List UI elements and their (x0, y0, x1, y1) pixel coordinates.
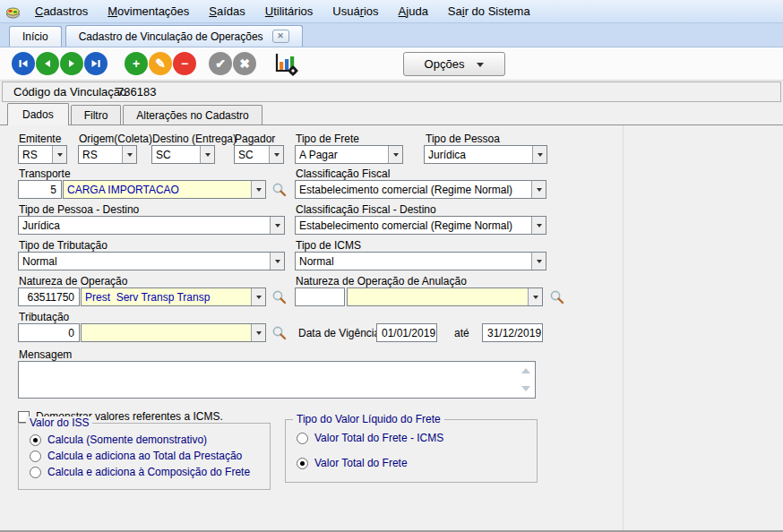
radio-valor-total-frete[interactable]: Valor Total do Frete (297, 457, 408, 469)
scroll-down-icon[interactable] (521, 386, 530, 391)
check-icon: ✔ (215, 57, 226, 70)
close-tab-icon[interactable]: ✕ (272, 30, 289, 43)
transporte-lookup-magnifier-icon[interactable] (271, 182, 287, 197)
tipo-frete-label: Tipo de Frete (296, 133, 359, 145)
chevron-down-icon (251, 181, 265, 198)
radio-adiciona-total-prestacao[interactable]: Calcula e adiciona ao Total da Prestação (30, 450, 242, 462)
tab-alteracoes-no-cadastro[interactable]: Alterações no Cadastro (123, 105, 262, 125)
radio-icon (297, 458, 308, 469)
document-tab-strip: Início Cadastro de Vinculação de Operaçõ… (0, 23, 783, 47)
menu-item-sair-do-sistema[interactable]: Sair do Sistema (438, 4, 540, 18)
options-button[interactable]: Opções (403, 52, 505, 76)
tab-cadastro-vinculacao[interactable]: Cadastro de Vinculação de Operações ✕ (65, 25, 303, 47)
tipo-valor-liquido-groupbox: Tipo do Valor Líquido do Frete Valor Tot… (285, 419, 538, 483)
toolbar: + ✎ − ✔ ✖ Opções (0, 47, 783, 81)
previous-record-button[interactable] (36, 52, 59, 75)
natureza-anulacao-combo[interactable] (347, 287, 543, 306)
tab-filtro[interactable]: Filtro (71, 105, 122, 125)
classificacao-fiscal-destino-combo[interactable]: Estabelecimento comercial (Regime Normal… (295, 216, 546, 235)
tipo-tributacao-combo[interactable]: Normal (18, 252, 285, 270)
natureza-operacao-lookup-magnifier-icon[interactable] (271, 289, 287, 305)
transporte-combo[interactable]: CARGA IMPORTACAO (63, 180, 266, 199)
tributacao-lookup-magnifier-icon[interactable] (271, 325, 287, 340)
next-icon (65, 57, 78, 70)
tipo-pessoa-label: Tipo de Pessoa (426, 133, 500, 145)
report-chart-button[interactable] (271, 51, 300, 76)
first-record-button[interactable] (12, 52, 35, 75)
next-record-button[interactable] (60, 52, 83, 75)
chevron-down-icon (528, 288, 542, 305)
minus-icon: − (181, 57, 188, 70)
pencil-icon: ✎ (155, 57, 166, 70)
origem-combo[interactable]: RS (78, 145, 137, 164)
tipo-pessoa-destino-combo[interactable]: Jurídica (18, 216, 285, 235)
confirm-button[interactable]: ✔ (209, 52, 232, 75)
record-code-value: 736183 (117, 85, 156, 99)
radio-adiciona-composicao-frete[interactable]: Calcula e adiciona à Composição do Frete (30, 466, 250, 478)
menu-item-usuarios[interactable]: Usuários (323, 4, 388, 18)
ate-label: até (454, 327, 469, 339)
chevron-down-icon (477, 63, 484, 71)
last-record-button[interactable] (84, 52, 108, 75)
chevron-down-icon (251, 288, 265, 305)
radio-icon (30, 450, 41, 462)
tipo-frete-combo[interactable]: A Pagar (295, 145, 403, 164)
valor-iss-title: Valor do ISS (26, 416, 92, 429)
pagador-combo[interactable]: SC (234, 145, 284, 164)
edit-record-button[interactable]: ✎ (149, 52, 172, 75)
radio-icon (297, 433, 308, 444)
natureza-anulacao-label: Natureza de Operação de Anulação (296, 275, 467, 287)
tab-dados[interactable]: Dados (7, 103, 69, 125)
panel-divider (623, 125, 624, 532)
menu-item-saidas[interactable]: Saídas (199, 4, 254, 18)
chevron-down-icon (532, 146, 546, 163)
radio-calcula-demonstrativo[interactable]: Calcula (Somente demonstrativo) (30, 433, 207, 446)
tributacao-combo[interactable] (81, 323, 266, 342)
menu-item-utilitarios[interactable]: Utilitários (255, 4, 323, 18)
application-window: Cadastros Movimentações Saídas Utilitári… (0, 0, 783, 532)
delete-record-button[interactable]: − (173, 52, 196, 75)
natureza-anulacao-code-field[interactable] (295, 287, 345, 306)
emitente-combo[interactable]: RS (18, 145, 67, 164)
add-record-button[interactable]: + (125, 52, 148, 75)
chevron-down-icon (531, 181, 546, 198)
classificacao-fiscal-destino-label: Classificação Fiscal - Destino (296, 203, 436, 216)
scroll-up-icon[interactable] (521, 368, 530, 373)
classificacao-fiscal-combo[interactable]: Estabelecimento comercial (Regime Normal… (295, 180, 546, 199)
bar-chart-gear-icon (272, 52, 299, 76)
menu-item-cadastros[interactable]: Cadastros (25, 4, 98, 18)
destino-label: Destino (Entrega) (152, 133, 237, 145)
destino-combo[interactable]: SC (151, 145, 215, 164)
chevron-down-icon (52, 146, 66, 163)
vigencia-from-field[interactable]: 01/01/2019 (376, 323, 437, 342)
vigencia-to-field[interactable]: 31/12/2019 (482, 323, 543, 342)
menu-item-ajuda[interactable]: Ajuda (389, 4, 438, 18)
record-code-panel: Código da Vinculação 736183 (2, 82, 781, 102)
tipo-tributacao-label: Tipo de Tributação (19, 239, 108, 252)
data-vigencia-label: Data de Vigência (298, 327, 380, 339)
previous-icon (41, 57, 54, 70)
tab-inicio[interactable]: Início (9, 26, 62, 47)
radio-icon (30, 434, 41, 446)
page-tab-bar: Dados Filtro Alterações no Cadastro (0, 103, 783, 124)
tributacao-code-field[interactable]: 0 (18, 323, 80, 342)
natureza-operacao-code-field[interactable]: 63511750 (18, 287, 80, 306)
pagador-label: Pagador (235, 133, 275, 145)
cancel-button[interactable]: ✖ (233, 52, 256, 75)
skip-last-icon (90, 57, 102, 70)
menu-item-movimentacoes[interactable]: Movimentações (98, 4, 199, 18)
tipo-pessoa-combo[interactable]: Jurídica (424, 145, 547, 164)
chevron-down-icon (388, 146, 402, 163)
natureza-anulacao-lookup-magnifier-icon[interactable] (549, 289, 564, 305)
chevron-down-icon (269, 146, 283, 163)
radio-valor-total-frete-icms[interactable]: Valor Total do Frete - ICMS (297, 432, 443, 444)
skip-first-icon (17, 57, 30, 70)
transporte-code-field[interactable]: 5 (18, 180, 62, 199)
tipo-icms-combo[interactable]: Normal (295, 252, 546, 270)
chevron-down-icon (270, 253, 284, 270)
tipo-icms-label: Tipo de ICMS (296, 239, 361, 252)
natureza-operacao-combo[interactable]: Prest Serv Transp Transp (81, 287, 266, 306)
tipo-pessoa-destino-label: Tipo de Pessoa - Destino (19, 203, 139, 216)
mensagem-textarea[interactable] (18, 361, 536, 399)
chevron-down-icon (531, 217, 546, 234)
